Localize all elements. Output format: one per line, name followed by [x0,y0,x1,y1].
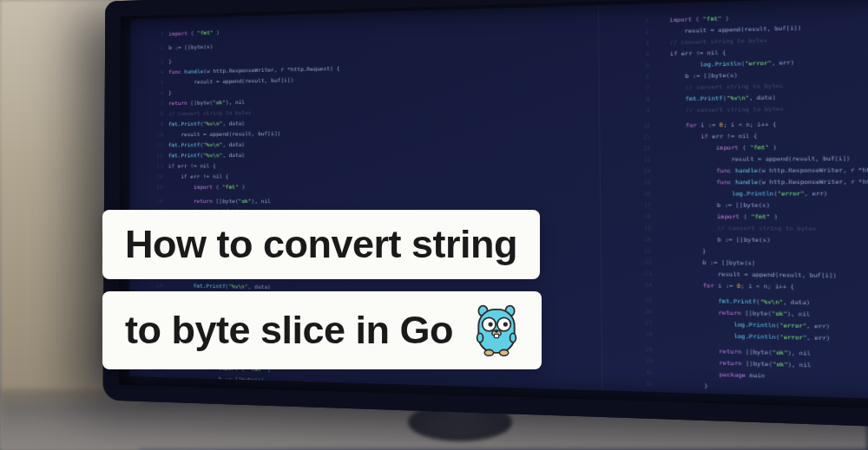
title-line-1: How to convert string [102,210,540,279]
title-overlay: How to convert string to byte slice in G… [102,210,542,369]
svg-point-6 [503,323,508,327]
hero-image: 1import ( "fmt" )2b := []byte(s)3}4func … [0,0,868,450]
title-text-1: How to convert string [125,222,517,267]
svg-point-5 [489,323,493,327]
svg-point-11 [510,333,516,342]
svg-point-8 [495,330,497,333]
title-text-2: to byte slice in Go [125,308,453,353]
svg-rect-9 [494,334,498,337]
title-line-2: to byte slice in Go [102,291,542,369]
go-gopher-icon [474,303,519,357]
svg-point-10 [477,333,483,342]
svg-point-13 [500,349,509,355]
svg-point-12 [484,349,493,355]
